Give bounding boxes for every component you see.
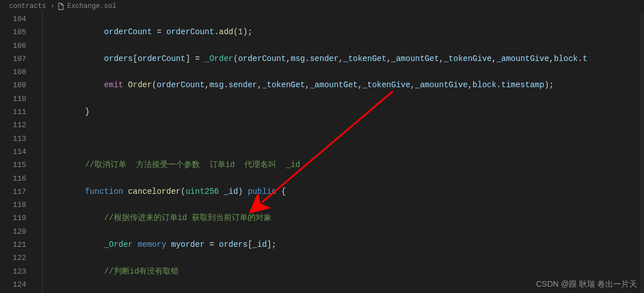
code-line: emit Order(orderCount,msg.sender,_tokenG… bbox=[47, 79, 644, 92]
code-line: orderCount = orderCount.add(1); bbox=[47, 26, 644, 39]
code-line: orders[orderCount] = _Order(orderCount,m… bbox=[47, 52, 644, 66]
breadcrumb-file[interactable]: Exchange.sol bbox=[67, 2, 116, 10]
line-number-gutter: 1041051061071081091101111121131141151161… bbox=[0, 13, 36, 293]
file-icon bbox=[57, 2, 65, 10]
code-line: //根据传进来的订单id 获取到当前订单的对象 bbox=[47, 211, 644, 225]
watermark: CSDN @跟 耿瑞 卷出一片天 bbox=[536, 279, 637, 290]
code-content[interactable]: orderCount = orderCount.add(1); orders[o… bbox=[36, 13, 644, 293]
code-line: //取消订单 方法接受一个参数 订单id 代理名叫 _id bbox=[47, 158, 644, 172]
breadcrumb[interactable]: contracts › Exchange.sol bbox=[0, 0, 644, 13]
breadcrumb-sep: › bbox=[51, 2, 55, 10]
code-line: //判断id有没有取错 bbox=[47, 265, 644, 278]
fold-guide bbox=[42, 13, 43, 293]
code-line: _Order memory myorder = orders[_id]; bbox=[47, 238, 644, 251]
breadcrumb-folder[interactable]: contracts bbox=[9, 2, 46, 10]
minimap[interactable] bbox=[641, 13, 644, 293]
code-line: function cancelorder(uint256 _id) public… bbox=[47, 185, 644, 198]
code-line bbox=[47, 132, 644, 145]
code-line: } bbox=[47, 105, 644, 119]
code-editor[interactable]: 1041051061071081091101111121131141151161… bbox=[0, 13, 644, 293]
